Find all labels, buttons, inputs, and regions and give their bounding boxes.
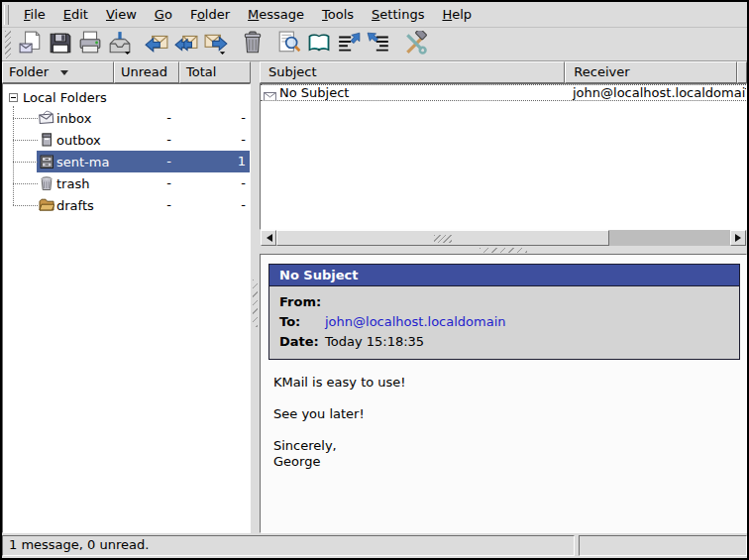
previous-unread-button[interactable] <box>334 30 364 59</box>
menu-message[interactable]: Message <box>239 3 313 27</box>
arrow-left-icon <box>263 234 272 242</box>
total-count: - <box>180 107 251 129</box>
status-secondary <box>579 535 747 556</box>
folder-row-trash[interactable]: trash - - <box>3 172 250 194</box>
folder-row-local-folders[interactable]: Local Folders <box>3 87 250 107</box>
menu-file[interactable]: File <box>15 3 54 27</box>
folder-tree: Local Folders inbox - - outbox - - <box>2 83 251 533</box>
folder-row-outbox[interactable]: outbox - - <box>3 129 250 151</box>
reply-button[interactable] <box>142 30 171 59</box>
to-address-link[interactable]: john@localhost.localdomain <box>325 313 729 330</box>
message-header-box: No Subject From: To: john@localhost.loca… <box>268 264 740 360</box>
column-header-subject[interactable]: Subject <box>260 61 565 83</box>
drafts-folder-icon <box>39 197 54 213</box>
folder-label: inbox <box>56 111 91 126</box>
horizontal-scrollbar[interactable] <box>261 230 746 246</box>
print-button[interactable] <box>75 30 105 59</box>
menu-go[interactable]: Go <box>146 3 181 27</box>
new-message-button[interactable] <box>16 30 46 59</box>
unread-count: - <box>115 194 180 216</box>
scrollbar-grip <box>434 235 452 243</box>
message-date: Today 15:18:35 <box>745 85 746 101</box>
folder-row-sent-ma[interactable]: sent-ma - 1 <box>3 151 250 172</box>
sort-arrow-icon <box>60 70 68 79</box>
date-value: Today 15:18:35 <box>325 333 729 350</box>
column-header-receiver[interactable]: Receiver <box>565 61 737 83</box>
horizontal-splitter[interactable] <box>260 246 747 254</box>
save-button[interactable] <box>46 30 75 59</box>
message-header-fields: From: To: john@localhost.localdomain Dat… <box>269 286 739 359</box>
configure-icon <box>403 31 427 57</box>
menu-tools[interactable]: Tools <box>313 3 363 27</box>
reply-all-button[interactable] <box>171 30 201 59</box>
column-header-folder[interactable]: Folder <box>2 61 114 83</box>
envelope-icon <box>264 89 276 101</box>
folder-row-inbox[interactable]: inbox - - <box>3 107 250 129</box>
splitter-grip <box>480 248 527 253</box>
trash-button[interactable] <box>238 30 268 59</box>
next-unread-button[interactable] <box>364 30 393 59</box>
column-header-total-label: Total <box>186 62 216 82</box>
menu-folder[interactable]: Folder <box>181 3 239 27</box>
forward-button[interactable] <box>201 30 231 59</box>
find-button[interactable] <box>274 30 304 59</box>
folder-label: trash <box>56 176 89 191</box>
unread-count: - <box>115 107 180 129</box>
message-list-header: Subject Receiver Date <box>260 61 747 83</box>
scroll-left-button[interactable] <box>261 230 276 246</box>
address-book-button[interactable] <box>304 30 334 59</box>
menu-view[interactable]: View <box>97 3 146 27</box>
total-count: - <box>180 172 251 194</box>
check-mail-icon <box>108 31 132 57</box>
forward-icon <box>204 31 228 57</box>
message-list-pane: Subject Receiver Date No Subject john@lo… <box>260 61 747 246</box>
total-count: 1 <box>180 151 251 172</box>
menu-bar: File Edit View Go Folder Message Tools S… <box>2 2 747 28</box>
folder-pane: Folder Unread Total Local Folders inbox … <box>2 61 251 533</box>
folder-label: sent-ma <box>56 155 109 169</box>
scrollbar-track[interactable] <box>609 230 730 246</box>
previous-unread-icon <box>337 31 361 57</box>
total-count: - <box>180 129 251 151</box>
column-header-unread[interactable]: Unread <box>114 61 179 83</box>
message-row[interactable]: No Subject john@localhost.localdomain To… <box>261 84 746 101</box>
kmail-window: File Edit View Go Folder Message Tools S… <box>0 0 749 560</box>
from-value <box>325 293 729 310</box>
reply-all-icon <box>174 31 198 57</box>
inbox-icon <box>39 110 54 126</box>
vertical-splitter[interactable] <box>251 61 260 533</box>
main-toolbar <box>2 28 747 61</box>
find-icon <box>277 31 301 57</box>
configure-button[interactable] <box>400 30 430 59</box>
address-book-icon <box>307 31 331 57</box>
folder-label: drafts <box>56 198 94 213</box>
message-body: KMail is easy to use! See you later! Sin… <box>273 375 746 470</box>
tree-line <box>13 118 38 119</box>
total-count: - <box>180 194 251 216</box>
menu-edit[interactable]: Edit <box>54 3 97 27</box>
arrow-right-icon <box>735 234 745 242</box>
date-label: Date: <box>279 333 325 350</box>
status-bar: 1 message, 0 unread. <box>2 535 747 556</box>
column-header-folder-label: Folder <box>9 62 49 82</box>
tree-collapse-icon[interactable] <box>9 93 18 102</box>
column-header-date-label: Date <box>746 64 747 79</box>
menu-settings[interactable]: Settings <box>363 3 433 27</box>
unread-count: - <box>115 129 180 151</box>
column-header-date[interactable]: Date <box>737 61 747 83</box>
menubar-handle[interactable] <box>4 5 9 25</box>
splitter-grip <box>253 280 258 327</box>
toolbar-handle[interactable] <box>5 31 11 58</box>
new-message-icon <box>19 31 43 57</box>
menu-help[interactable]: Help <box>433 3 481 27</box>
scroll-right-button[interactable] <box>730 230 746 246</box>
outbox-icon <box>39 132 54 148</box>
folder-label: Local Folders <box>23 90 107 105</box>
message-list: No Subject john@localhost.localdomain To… <box>260 83 747 230</box>
scrollbar-thumb[interactable] <box>276 230 609 246</box>
check-mail-button[interactable] <box>105 30 135 59</box>
save-icon <box>49 31 72 57</box>
folder-row-drafts[interactable]: drafts - - <box>3 194 250 216</box>
trash-icon <box>241 31 265 57</box>
column-header-total[interactable]: Total <box>179 61 251 83</box>
